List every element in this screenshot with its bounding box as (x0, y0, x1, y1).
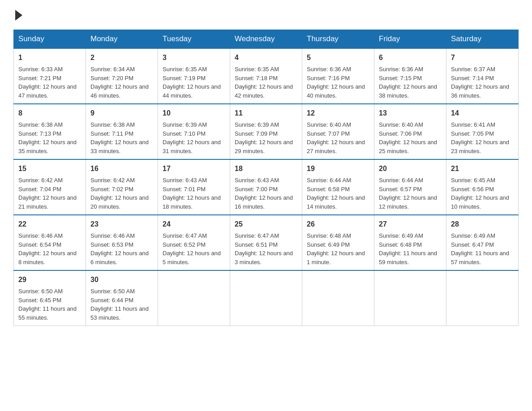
day-daylight: Daylight: 12 hours and 29 minutes. (235, 139, 293, 154)
day-sunset: Sunset: 7:13 PM (18, 130, 61, 137)
day-number: 26 (307, 219, 369, 230)
calendar-day-cell: 6 Sunrise: 6:36 AM Sunset: 7:15 PM Dayli… (374, 48, 446, 104)
day-number: 1 (18, 52, 81, 63)
day-sunset: Sunset: 7:14 PM (451, 75, 494, 81)
calendar-empty-cell (446, 270, 519, 326)
day-daylight: Daylight: 11 hours and 53 minutes. (90, 305, 149, 321)
day-daylight: Daylight: 12 hours and 38 minutes. (379, 83, 437, 99)
day-sunrise: Sunrise: 6:46 AM (90, 232, 135, 239)
day-daylight: Daylight: 12 hours and 31 minutes. (163, 139, 221, 154)
day-daylight: Daylight: 12 hours and 12 minutes. (379, 194, 437, 210)
calendar-day-cell: 19 Sunrise: 6:44 AM Sunset: 6:58 PM Dayl… (302, 159, 374, 215)
day-sunset: Sunset: 7:18 PM (235, 75, 278, 81)
day-number: 23 (90, 219, 153, 230)
day-daylight: Daylight: 12 hours and 21 minutes. (18, 194, 77, 210)
calendar-day-cell: 20 Sunrise: 6:44 AM Sunset: 6:57 PM Dayl… (374, 159, 446, 215)
calendar-day-cell: 24 Sunrise: 6:47 AM Sunset: 6:52 PM Dayl… (158, 215, 230, 270)
day-sunset: Sunset: 6:44 PM (90, 297, 133, 304)
day-daylight: Daylight: 12 hours and 18 minutes. (163, 194, 221, 210)
day-sunset: Sunset: 7:21 PM (18, 75, 61, 81)
day-sunset: Sunset: 6:53 PM (90, 241, 133, 248)
day-daylight: Daylight: 11 hours and 57 minutes. (451, 250, 509, 265)
calendar-day-cell: 17 Sunrise: 6:43 AM Sunset: 7:01 PM Dayl… (158, 159, 230, 215)
calendar-week-row: 8 Sunrise: 6:38 AM Sunset: 7:13 PM Dayli… (14, 104, 519, 159)
day-sunrise: Sunrise: 6:43 AM (163, 177, 207, 184)
day-number: 19 (307, 163, 369, 174)
weekday-header-tuesday: Tuesday (158, 30, 230, 49)
calendar-week-row: 1 Sunrise: 6:33 AM Sunset: 7:21 PM Dayli… (14, 48, 519, 104)
day-sunrise: Sunrise: 6:39 AM (235, 121, 279, 128)
day-sunset: Sunset: 7:04 PM (18, 186, 61, 193)
day-sunrise: Sunrise: 6:42 AM (18, 177, 63, 184)
day-sunrise: Sunrise: 6:36 AM (379, 66, 423, 73)
day-sunset: Sunset: 7:20 PM (90, 75, 133, 81)
weekday-header-saturday: Saturday (446, 30, 519, 49)
day-number: 24 (163, 219, 225, 230)
day-daylight: Daylight: 12 hours and 40 minutes. (307, 83, 365, 99)
day-daylight: Daylight: 11 hours and 59 minutes. (379, 250, 437, 265)
day-number: 9 (90, 108, 153, 119)
day-daylight: Daylight: 12 hours and 46 minutes. (90, 83, 149, 99)
calendar-day-cell: 25 Sunrise: 6:47 AM Sunset: 6:51 PM Dayl… (230, 215, 302, 270)
day-sunrise: Sunrise: 6:35 AM (235, 66, 279, 73)
calendar-day-cell: 23 Sunrise: 6:46 AM Sunset: 6:53 PM Dayl… (86, 215, 158, 270)
day-number: 6 (379, 52, 442, 63)
day-daylight: Daylight: 12 hours and 16 minutes. (235, 194, 293, 210)
day-sunset: Sunset: 6:56 PM (451, 186, 494, 193)
calendar-empty-cell (230, 270, 302, 326)
day-daylight: Daylight: 12 hours and 36 minutes. (451, 83, 509, 99)
weekday-header-sunday: Sunday (14, 30, 86, 49)
calendar-day-cell: 30 Sunrise: 6:50 AM Sunset: 6:44 PM Dayl… (86, 270, 158, 326)
day-sunset: Sunset: 7:00 PM (235, 186, 278, 193)
day-sunrise: Sunrise: 6:49 AM (379, 232, 423, 239)
day-number: 27 (379, 219, 442, 230)
calendar-day-cell: 11 Sunrise: 6:39 AM Sunset: 7:09 PM Dayl… (230, 104, 302, 159)
day-daylight: Daylight: 11 hours and 55 minutes. (18, 305, 77, 321)
day-sunrise: Sunrise: 6:44 AM (379, 177, 423, 184)
day-number: 15 (18, 163, 81, 174)
calendar-day-cell: 15 Sunrise: 6:42 AM Sunset: 7:04 PM Dayl… (14, 159, 86, 215)
weekday-header-monday: Monday (86, 30, 158, 49)
day-number: 8 (18, 108, 81, 119)
day-daylight: Daylight: 12 hours and 8 minutes. (18, 250, 77, 265)
day-sunrise: Sunrise: 6:35 AM (163, 66, 207, 73)
day-number: 12 (307, 108, 369, 119)
calendar-day-cell: 3 Sunrise: 6:35 AM Sunset: 7:19 PM Dayli… (158, 48, 230, 104)
day-sunset: Sunset: 7:01 PM (163, 186, 206, 193)
calendar-day-cell: 10 Sunrise: 6:39 AM Sunset: 7:10 PM Dayl… (158, 104, 230, 159)
day-number: 14 (451, 108, 514, 119)
day-daylight: Daylight: 12 hours and 1 minute. (307, 250, 365, 265)
day-number: 16 (90, 163, 153, 174)
page-header (13, 9, 519, 21)
day-sunrise: Sunrise: 6:38 AM (90, 121, 135, 128)
day-daylight: Daylight: 12 hours and 27 minutes. (307, 139, 365, 154)
day-number: 5 (307, 52, 369, 63)
day-number: 2 (90, 52, 153, 63)
day-sunset: Sunset: 6:54 PM (18, 241, 61, 248)
weekday-header-friday: Friday (374, 30, 446, 49)
day-sunrise: Sunrise: 6:40 AM (307, 121, 351, 128)
calendar-empty-cell (302, 270, 374, 326)
day-sunset: Sunset: 6:47 PM (451, 241, 494, 248)
day-daylight: Daylight: 12 hours and 10 minutes. (451, 194, 509, 210)
calendar-empty-cell (158, 270, 230, 326)
calendar-day-cell: 29 Sunrise: 6:50 AM Sunset: 6:45 PM Dayl… (14, 270, 86, 326)
calendar-table: SundayMondayTuesdayWednesdayThursdayFrid… (13, 30, 519, 326)
day-sunset: Sunset: 6:48 PM (379, 241, 422, 248)
day-daylight: Daylight: 12 hours and 3 minutes. (235, 250, 293, 265)
day-daylight: Daylight: 12 hours and 33 minutes. (90, 139, 149, 154)
day-sunset: Sunset: 6:58 PM (307, 186, 350, 193)
day-sunrise: Sunrise: 6:36 AM (307, 66, 351, 73)
day-sunrise: Sunrise: 6:40 AM (379, 121, 423, 128)
day-sunset: Sunset: 6:51 PM (235, 241, 278, 248)
day-sunrise: Sunrise: 6:44 AM (307, 177, 351, 184)
day-number: 20 (379, 163, 442, 174)
day-number: 21 (451, 163, 514, 174)
day-sunrise: Sunrise: 6:49 AM (451, 232, 495, 239)
calendar-week-row: 15 Sunrise: 6:42 AM Sunset: 7:04 PM Dayl… (14, 159, 519, 215)
calendar-day-cell: 2 Sunrise: 6:34 AM Sunset: 7:20 PM Dayli… (86, 48, 158, 104)
logo (13, 9, 22, 21)
day-sunrise: Sunrise: 6:39 AM (163, 121, 207, 128)
day-sunset: Sunset: 7:07 PM (307, 130, 350, 137)
day-number: 30 (90, 274, 153, 285)
